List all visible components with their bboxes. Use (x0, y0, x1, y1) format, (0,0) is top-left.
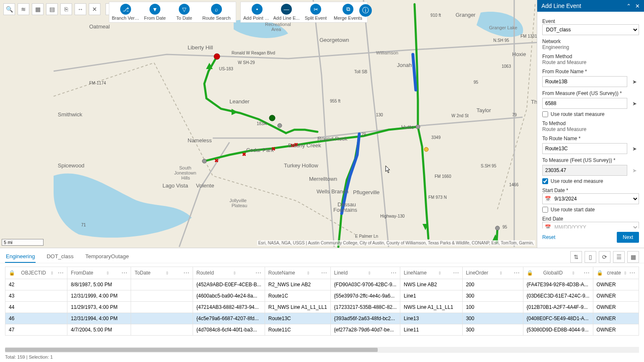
sort-icon[interactable]: ⇳ (499, 271, 502, 275)
layers-icon[interactable]: ≋ (18, 3, 29, 15)
cell[interactable] (131, 302, 193, 313)
cell[interactable]: 200 (462, 279, 523, 290)
col-routeid[interactable]: RouteId⇳⋯ (193, 267, 265, 279)
cell[interactable]: {FD90A03C-9706-42BC-9... (330, 279, 400, 290)
col-routename[interactable]: RouteName⇳⋯ (265, 267, 330, 279)
table-options-icon[interactable]: ▦ (627, 251, 639, 263)
info-icon[interactable]: ⓘ (359, 4, 372, 17)
cell[interactable]: Route13C (265, 313, 330, 324)
use-end-measure-checkbox[interactable] (542, 178, 548, 184)
cell[interactable]: {ef277a28-79d6-40d7-be... (330, 324, 400, 336)
from-route-pick-icon[interactable]: ➤ (630, 77, 639, 86)
next-button[interactable]: Next (617, 232, 639, 243)
sort-icon[interactable]: ⇳ (233, 271, 236, 275)
cell[interactable]: 43 (5, 290, 67, 302)
cell[interactable] (131, 290, 193, 302)
cell[interactable]: {FA47E394-92F8-4D3B-A... (523, 279, 593, 290)
col-globalid[interactable]: 🔒GlobalID⇳⋯ (523, 267, 593, 279)
cell[interactable]: {393ad56f-2a63-48fd-bc2... (330, 313, 400, 324)
table-filter-icon[interactable]: ⇅ (570, 251, 582, 263)
sort-icon[interactable]: ⇳ (165, 271, 169, 275)
column-menu-icon[interactable]: ⋯ (584, 270, 590, 276)
column-menu-icon[interactable]: ⋯ (453, 270, 459, 276)
col-lineorder[interactable]: LineOrder⇳⋯ (462, 267, 523, 279)
cell[interactable]: NWS Line A1_L1_LL1 (400, 302, 462, 313)
cell[interactable] (131, 324, 193, 336)
cell[interactable]: {17233217-535B-488C-82... (330, 302, 400, 313)
cell[interactable]: 100 (462, 302, 523, 313)
cell[interactable]: Line11 (400, 324, 462, 336)
cell[interactable]: OWNER (593, 302, 639, 313)
sort-icon[interactable]: ⇳ (572, 271, 575, 275)
reset-button[interactable]: Reset (542, 234, 555, 240)
cell[interactable]: OWNER (593, 313, 639, 324)
cell[interactable] (131, 279, 193, 290)
col-lineid[interactable]: LineId⇳⋯ (330, 267, 400, 279)
table-row[interactable]: 474/7/2004, 5:00 PM{4d7084c8-6cf4-40f1-b… (5, 324, 639, 336)
cell[interactable]: 4/7/2004, 5:00 PM (67, 324, 131, 336)
use-start-measure-checkbox[interactable] (542, 111, 548, 117)
cell[interactable]: OWNER (593, 279, 639, 290)
cell[interactable]: {55e3997d-2ffc-4e4c-9a6... (330, 290, 400, 302)
cell[interactable]: 12/31/1999, 4:00 PM (67, 290, 131, 302)
cell[interactable]: OWNER (593, 324, 639, 336)
table-row[interactable]: 4411/29/1973, 4:00 PM{47214AB3-6882-4873… (5, 302, 639, 313)
cell[interactable]: {03D6EC3D-61E7-424C-9... (523, 290, 593, 302)
route-search-button[interactable]: ⌕Route Search (200, 4, 233, 21)
cell[interactable]: 300 (462, 290, 523, 302)
search-icon[interactable]: 🔍 (3, 3, 15, 15)
table-row[interactable]: 428/8/1987, 5:00 PM{452A9ABD-E0EF-4CEB-B… (5, 279, 639, 290)
cell[interactable]: {4c5e79a6-6687-4207-8fd... (193, 313, 265, 324)
use-start-date-row[interactable]: Use route start date (542, 207, 639, 213)
table-grid[interactable]: 🔒OBJECTID⇳⋯FromDate⇳⋯ToDate⇳⋯RouteId⇳⋯Ro… (0, 263, 644, 347)
cell[interactable]: 300 (462, 313, 523, 324)
add-line-event-button[interactable]: —Add Line E... (273, 4, 300, 21)
column-menu-icon[interactable]: ⋯ (58, 270, 64, 276)
sort-icon[interactable]: ⇳ (623, 271, 627, 275)
from-measure-input[interactable] (542, 98, 627, 109)
cell[interactable]: Line1 (400, 290, 462, 302)
to-date-button[interactable]: ▽To Date (170, 4, 198, 21)
split-event-button[interactable]: ✂Split Event (302, 4, 330, 21)
cell[interactable]: 47 (5, 324, 67, 336)
cell[interactable]: NWS Line AB2 (400, 279, 462, 290)
col-todate[interactable]: ToDate⇳⋯ (131, 267, 193, 279)
table-row[interactable]: 4312/31/1999, 4:00 PM{4600abc5-ba90-4e24… (5, 290, 639, 302)
from-route-input[interactable] (542, 76, 627, 87)
basemap-icon[interactable]: ▦ (32, 3, 44, 15)
cell[interactable]: 12/31/1994, 4:00 PM (67, 313, 131, 324)
close-icon[interactable]: ✕ (635, 3, 640, 9)
use-start-date-checkbox[interactable] (542, 207, 548, 213)
grid-icon[interactable]: ▤ (46, 3, 58, 15)
add-point-event-button[interactable]: •Add Point E... (243, 4, 271, 21)
cell[interactable]: {53080D9D-ED8B-4044-9... (523, 324, 593, 336)
cell[interactable]: Route1C (265, 290, 330, 302)
col-linename[interactable]: LineName⇳⋯ (400, 267, 462, 279)
end-date-input[interactable]: MM/DD/YYYY (542, 222, 639, 228)
col-objectid[interactable]: 🔒OBJECTID⇳⋯ (5, 267, 67, 279)
event-select[interactable]: DOT_class (542, 24, 639, 35)
table-row[interactable]: 4612/31/1994, 4:00 PM{4c5e79a6-6687-4207… (5, 313, 639, 324)
clear-icon[interactable]: ✕ (89, 3, 100, 15)
sort-icon[interactable]: ⇳ (368, 271, 371, 275)
cell[interactable]: OWNER (593, 290, 639, 302)
cell[interactable]: {4600abc5-ba90-4e24-8a... (193, 290, 265, 302)
cell[interactable]: R2_NWS Line AB2 (265, 279, 330, 290)
col-create[interactable]: 🔒create⇳⋯ (593, 267, 639, 279)
column-menu-icon[interactable]: ⋯ (321, 270, 327, 276)
scroll-thumb[interactable] (5, 348, 378, 352)
sort-icon[interactable]: ⇳ (50, 271, 54, 275)
branch-version-button[interactable]: ⎇Branch Vers... (112, 4, 139, 21)
from-measure-pick-icon[interactable]: ➤ (630, 99, 639, 108)
cell[interactable]: 44 (5, 302, 67, 313)
tab-tempoutage[interactable]: TemporaryOutage (85, 251, 130, 263)
cell[interactable]: {0408E0FC-5E49-48D1-A... (523, 313, 593, 324)
sort-icon[interactable]: ⇳ (106, 271, 109, 275)
tab-engineering[interactable]: Engineering (5, 251, 36, 263)
column-menu-icon[interactable]: ⋯ (629, 270, 635, 276)
cell[interactable]: 11/29/1973, 4:00 PM (67, 302, 131, 313)
use-end-measure-row[interactable]: Use route end measure (542, 178, 639, 184)
sort-icon[interactable]: ⇳ (307, 271, 310, 275)
cell[interactable]: {452A9ABD-E0EF-4CEB-B... (193, 279, 265, 290)
cell[interactable]: 8/8/1987, 5:00 PM (67, 279, 131, 290)
